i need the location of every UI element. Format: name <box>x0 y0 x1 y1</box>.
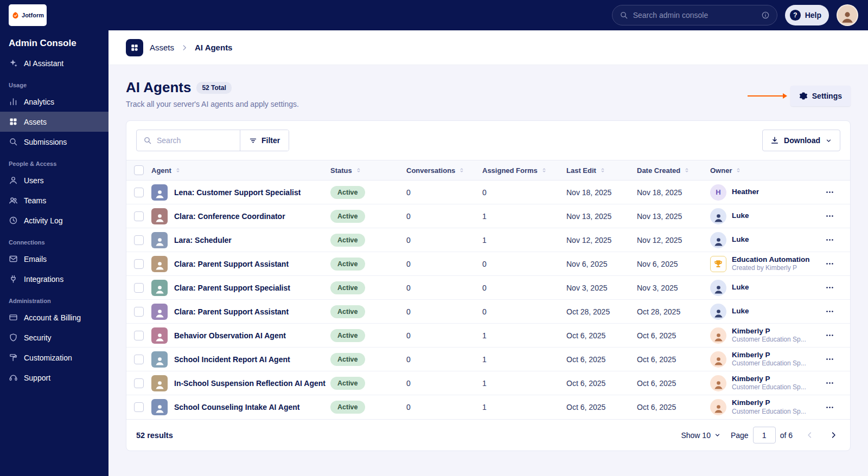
table-search[interactable] <box>137 130 240 151</box>
next-page-button[interactable] <box>826 428 840 442</box>
show-per-page-dropdown[interactable]: Show 10 <box>681 431 720 440</box>
row-checkbox[interactable] <box>134 402 144 412</box>
help-button[interactable]: ? Help <box>785 5 829 25</box>
table-row[interactable]: Clara: Parent Support AssistantActive00N… <box>126 252 850 276</box>
sidebar-item-security[interactable]: Security <box>0 327 108 348</box>
table-row[interactable]: School Counseling Intake AI AgentActive0… <box>126 395 850 419</box>
agent-name[interactable]: Lena: Customer Support Specialist <box>174 188 301 197</box>
admin-search-input[interactable] <box>633 11 756 20</box>
row-actions-button[interactable] <box>822 280 837 295</box>
trophy-icon <box>710 256 726 272</box>
info-icon[interactable] <box>761 11 770 20</box>
help-label: Help <box>805 11 821 20</box>
status-badge: Active <box>330 401 365 414</box>
row-actions-button[interactable] <box>822 185 837 200</box>
table-body: Lena: Customer Support SpecialistActive0… <box>126 181 850 419</box>
select-all-checkbox[interactable] <box>134 165 144 175</box>
column-header-assigned-forms[interactable]: Assigned Forms <box>482 166 566 175</box>
row-actions-button[interactable] <box>822 376 837 391</box>
agent-name[interactable]: Clara: Conference Coordinator <box>174 212 285 221</box>
sidebar-item-ai-assistant[interactable]: AI Assistant <box>0 53 108 73</box>
sort-icon[interactable] <box>175 167 181 173</box>
owner-name: Kimberly P <box>732 398 806 408</box>
jotform-logo-icon <box>11 11 20 20</box>
sidebar-item-teams[interactable]: Teams <box>0 190 108 210</box>
sidebar-item-integrations[interactable]: Integrations <box>0 269 108 289</box>
sidebar-item-analytics[interactable]: Analytics <box>0 92 108 112</box>
table-row[interactable]: Clara: Parent Support SpecialistActive00… <box>126 276 850 300</box>
agent-name[interactable]: Clara: Parent Support Specialist <box>174 284 290 292</box>
table-row[interactable]: Clara: Parent Support AssistantActive00O… <box>126 300 850 324</box>
row-checkbox[interactable] <box>134 259 144 269</box>
envelope-icon <box>9 254 18 263</box>
sidebar-item-label: Security <box>24 333 52 342</box>
agent-name[interactable]: Clara: Parent Support Assistant <box>174 260 289 268</box>
jotform-logo[interactable]: Jotform <box>9 4 47 26</box>
sort-icon[interactable] <box>458 167 465 173</box>
sidebar-item-account-billing[interactable]: Account & Billing <box>0 307 108 327</box>
sidebar-item-emails[interactable]: Emails <box>0 249 108 269</box>
page-of-label: of 6 <box>780 431 793 440</box>
row-checkbox[interactable] <box>134 283 144 293</box>
settings-button[interactable]: Settings <box>790 86 851 106</box>
table-row[interactable]: Behavior Observation AI AgentActive01Oct… <box>126 324 850 348</box>
sort-icon[interactable] <box>684 167 690 173</box>
agent-name[interactable]: School Counseling Intake AI Agent <box>174 403 300 411</box>
agent-name[interactable]: In-School Suspension Reflection AI Agent <box>174 379 326 388</box>
sort-icon[interactable] <box>541 167 547 173</box>
chevron-right-icon <box>181 44 188 52</box>
row-checkbox[interactable] <box>134 331 144 340</box>
agent-name[interactable]: Behavior Observation AI Agent <box>174 331 286 340</box>
row-checkbox[interactable] <box>134 378 144 388</box>
sidebar-item-users[interactable]: Users <box>0 170 108 190</box>
column-header-agent[interactable]: Agent <box>151 166 330 175</box>
sidebar-item-support[interactable]: Support <box>0 368 108 388</box>
column-header-status[interactable]: Status <box>330 166 406 175</box>
column-header-owner[interactable]: Owner <box>710 166 822 175</box>
row-actions-button[interactable] <box>822 400 837 415</box>
sidebar-item-customization[interactable]: Customization <box>0 348 108 368</box>
table-row[interactable]: Clara: Conference CoordinatorActive01Nov… <box>126 204 850 228</box>
row-actions-button[interactable] <box>822 304 837 319</box>
last-edit-value: Nov 3, 2025 <box>566 284 637 292</box>
assets-icon-box[interactable] <box>126 39 143 56</box>
row-actions-button[interactable] <box>822 328 837 343</box>
agent-name[interactable]: Clara: Parent Support Assistant <box>174 307 289 316</box>
status-badge: Active <box>330 210 365 223</box>
row-checkbox[interactable] <box>134 307 144 317</box>
table-row[interactable]: In-School Suspension Reflection AI Agent… <box>126 371 850 395</box>
admin-search[interactable] <box>612 5 777 25</box>
row-checkbox[interactable] <box>134 355 144 364</box>
column-header-date-created[interactable]: Date Created <box>637 166 710 175</box>
sidebar-item-submissions[interactable]: Submissions <box>0 132 108 152</box>
agent-avatar <box>151 351 168 368</box>
sidebar-item-assets[interactable]: Assets <box>0 112 108 132</box>
breadcrumb-assets[interactable]: Assets <box>150 43 174 52</box>
shield-icon <box>9 333 18 342</box>
row-checkbox[interactable] <box>134 188 144 197</box>
agent-name[interactable]: School Incident Report AI Agent <box>174 355 290 364</box>
row-actions-button[interactable] <box>822 352 837 367</box>
status-badge: Active <box>330 329 365 342</box>
column-header-conversations[interactable]: Conversations <box>406 166 482 175</box>
sort-icon[interactable] <box>735 167 742 173</box>
row-actions-button[interactable] <box>822 256 837 272</box>
user-avatar[interactable] <box>837 4 858 26</box>
page-number-input[interactable] <box>753 427 776 443</box>
column-header-last-edit[interactable]: Last Edit <box>566 166 637 175</box>
row-checkbox[interactable] <box>134 235 144 245</box>
row-actions-button[interactable] <box>822 209 837 224</box>
sidebar-item-activity-log[interactable]: Activity Log <box>0 210 108 230</box>
agent-name[interactable]: Lara: Scheduler <box>174 236 232 245</box>
table-row[interactable]: Lena: Customer Support SpecialistActive0… <box>126 181 850 204</box>
table-row[interactable]: School Incident Report AI AgentActive01O… <box>126 348 850 371</box>
table-search-input[interactable] <box>157 136 233 145</box>
previous-page-button[interactable] <box>802 428 816 442</box>
row-actions-button[interactable] <box>822 233 837 248</box>
sort-icon[interactable] <box>599 167 606 173</box>
row-checkbox[interactable] <box>134 211 144 221</box>
filter-button[interactable]: Filter <box>240 130 289 151</box>
sort-icon[interactable] <box>355 167 362 173</box>
download-button[interactable]: Download <box>762 130 840 151</box>
table-row[interactable]: Lara: SchedulerActive01Nov 12, 2025Nov 1… <box>126 228 850 252</box>
